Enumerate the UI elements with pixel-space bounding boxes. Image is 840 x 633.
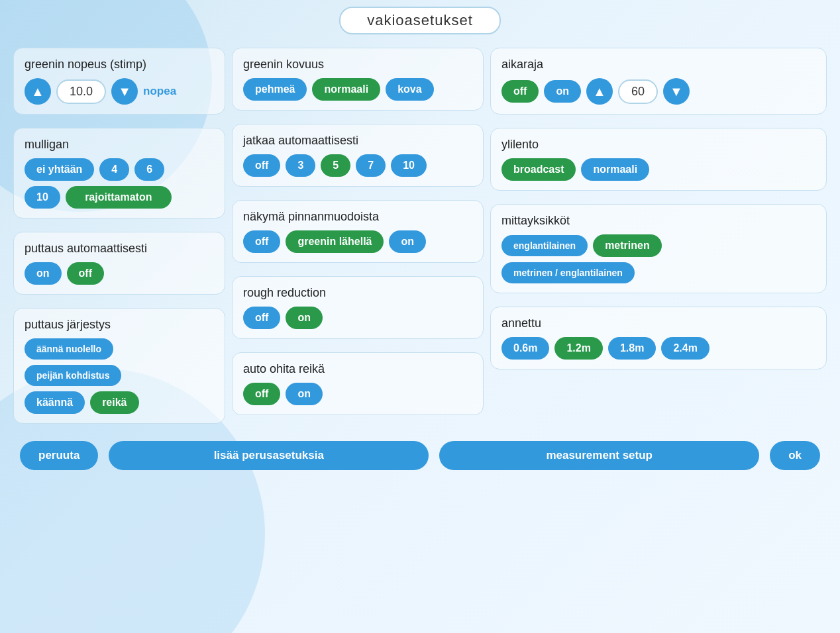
mulligan-6-button[interactable]: 6 [134,158,164,181]
continue-label: jatkaa automaattisesti [243,134,472,148]
overflight-section: ylilento broadcast normaali [490,128,827,191]
putt-order-row1: äännä nuolello peijän kohdistus [25,338,214,386]
putt-order-turn-button[interactable]: käännä [25,391,85,414]
time-label: aikaraja [501,58,815,72]
time-off-button[interactable]: off [501,80,539,103]
measurement-setup-button[interactable]: measurement setup [439,441,759,470]
terrain-label: näkymä pinnanmuodoista [243,210,472,224]
mulligan-unlimited-button[interactable]: rajoittamaton [66,186,172,209]
hardness-normal-button[interactable]: normaali [312,78,380,101]
mulligan-row2: 10 rajoittamaton [25,186,214,209]
hardness-hard-button[interactable]: kova [386,78,433,101]
continue-section: jatkaa automaattisesti off 3 5 7 10 [232,124,484,187]
mulligan-4-button[interactable]: 4 [99,158,129,181]
units-row2: metrinen / englantilainen [501,262,815,283]
bottom-bar: peruuta lisää perusasetuksia measurement… [13,441,827,470]
given-24-button[interactable]: 2.4m [661,337,709,360]
speed-controls: ▲ 10.0 ▼ nopea [25,78,214,105]
mulligan-section: mulligan ei yhtään 4 6 10 rajoittamaton [13,128,225,219]
continue-3-button[interactable]: 3 [286,154,315,177]
given-row: 0.6m 1.2m 1.8m 2.4m [501,337,815,360]
putt-auto-on-button[interactable]: on [25,262,62,285]
auto-skip-section: auto ohita reikä off on [232,352,484,415]
units-row1: englantilainen metrinen [501,234,815,257]
time-value: 60 [618,79,658,104]
given-12-button[interactable]: 1.2m [554,337,602,360]
putt-order-aim-button[interactable]: peijän kohdistus [25,365,121,386]
given-06-button[interactable]: 0.6m [501,337,549,360]
time-section: aikaraja off on ▲ 60 ▼ [490,48,827,115]
mulligan-none-button[interactable]: ei yhtään [25,158,94,181]
mulligan-label: mulligan [25,138,214,152]
hardness-row: pehmeä normaali kova [243,78,472,101]
putt-order-label: puttaus järjestys [25,318,214,332]
terrain-on-button[interactable]: on [389,230,426,253]
given-label: annettu [501,316,815,330]
putt-order-arrow-button[interactable]: äännä nuolello [25,338,113,360]
speed-section: greenin nopeus (stimp) ▲ 10.0 ▼ nopea [13,48,225,115]
continue-row: off 3 5 7 10 [243,154,472,177]
speed-value: 10.0 [56,79,106,104]
add-defaults-button[interactable]: lisää perusasetuksia [109,441,429,470]
rough-section: rough reduction off on [232,276,484,339]
continue-5-button[interactable]: 5 [321,154,350,177]
given-18-button[interactable]: 1.8m [608,337,656,360]
hardness-label: greenin kovuus [243,58,472,72]
time-row: off on ▲ 60 ▼ [501,78,815,105]
speed-up-button[interactable]: ▲ [25,78,51,105]
cancel-button[interactable]: peruuta [20,441,98,470]
speed-label: greenin nopeus (stimp) [25,58,214,72]
putt-auto-row: on off [25,262,214,285]
auto-skip-label: auto ohita reikä [243,362,472,376]
overflight-broadcast-button[interactable]: broadcast [501,158,576,181]
units-english-button[interactable]: englantilainen [501,235,588,256]
title-bar: vakioasetukset [13,7,827,34]
continue-10-button[interactable]: 10 [391,154,427,177]
putt-auto-section: puttaus automaattisesti on off [13,232,225,295]
putt-order-row2: käännä reikä [25,391,214,414]
hardness-soft-button[interactable]: pehmeä [243,78,307,101]
auto-skip-on-button[interactable]: on [286,383,323,405]
time-on-button[interactable]: on [544,80,581,103]
time-down-button[interactable]: ▼ [663,78,690,105]
putt-auto-label: puttaus automaattisesti [25,242,214,256]
overflight-normal-button[interactable]: normaali [581,158,649,181]
col-3: aikaraja off on ▲ 60 ▼ ylilento broadcas… [490,48,827,376]
rough-on-button[interactable]: on [286,307,323,329]
units-metric-button[interactable]: metrinen [593,234,662,257]
overflight-label: ylilento [501,138,815,152]
ok-button[interactable]: ok [770,441,820,470]
mulligan-row1: ei yhtään 4 6 [25,158,214,181]
putt-order-hole-button[interactable]: reikä [90,391,138,414]
col-2: greenin kovuus pehmeä normaali kova jatk… [232,48,484,422]
col-1: greenin nopeus (stimp) ▲ 10.0 ▼ nopea mu… [13,48,225,430]
rough-label: rough reduction [243,286,472,300]
overflight-row: broadcast normaali [501,158,815,181]
units-label: mittayksikköt [501,214,815,228]
auto-skip-row: off on [243,383,472,405]
time-up-button[interactable]: ▲ [586,78,613,105]
speed-fast-label: nopea [143,85,176,98]
main-grid: greenin nopeus (stimp) ▲ 10.0 ▼ nopea mu… [13,48,827,430]
terrain-off-button[interactable]: off [243,230,280,253]
given-section: annettu 0.6m 1.2m 1.8m 2.4m [490,307,827,369]
putt-order-section: puttaus järjestys äännä nuolello peijän … [13,308,225,424]
continue-off-button[interactable]: off [243,154,280,177]
rough-off-button[interactable]: off [243,307,280,329]
hardness-section: greenin kovuus pehmeä normaali kova [232,48,484,111]
terrain-row: off greenin lähellä on [243,230,472,253]
terrain-near-button[interactable]: greenin lähellä [286,230,384,253]
terrain-section: näkymä pinnanmuodoista off greenin lähel… [232,200,484,263]
speed-down-button[interactable]: ▼ [111,78,138,105]
continue-7-button[interactable]: 7 [356,154,386,177]
putt-auto-off-button[interactable]: off [67,262,104,285]
mulligan-10-button[interactable]: 10 [25,186,60,209]
rough-row: off on [243,307,472,329]
units-mixed-button[interactable]: metrinen / englantilainen [501,262,635,283]
units-section: mittayksikköt englantilainen metrinen me… [490,204,827,293]
auto-skip-off-button[interactable]: off [243,383,280,405]
page-title: vakioasetukset [339,7,501,34]
